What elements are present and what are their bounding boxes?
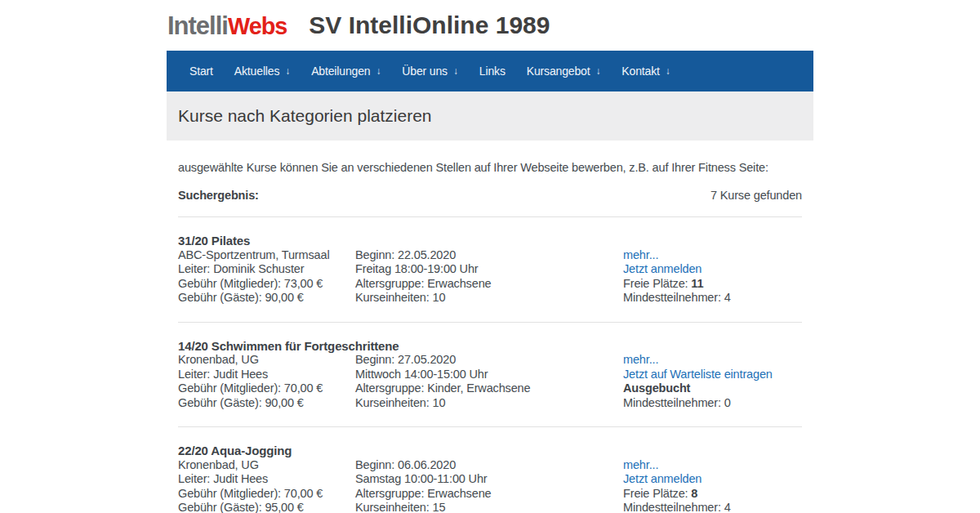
nav-item-label: Über uns bbox=[402, 65, 448, 78]
course-info-middle: Beginn: 22.05.2020 Freitag 18:00-19:00 U… bbox=[355, 248, 623, 306]
course-info-middle: Beginn: 27.05.2020 Mittwoch 14:00-15:00 … bbox=[355, 353, 623, 410]
nav-item-abteilungen[interactable]: Abteilungen ↓ bbox=[301, 65, 391, 78]
course-leader: Leiter: Judit Hees bbox=[178, 472, 355, 487]
availability-label: Freie Plätze: bbox=[623, 487, 691, 500]
course-begin-date: Beginn: 06.06.2020 bbox=[355, 458, 623, 473]
course-begin-date: Beginn: 22.05.2020 bbox=[355, 248, 623, 263]
course-fee-members: Gebühr (Mitglieder): 70,00 € bbox=[178, 487, 355, 502]
logo-text-intelli: Intelli bbox=[167, 13, 228, 38]
course-row: 14/20 Schwimmen für Fortgeschrittene Kro… bbox=[178, 322, 802, 427]
register-link-line: Jetzt auf Warteliste eintragen bbox=[623, 368, 802, 382]
course-location: ABC-Sportzentrum, Turmsaal bbox=[178, 248, 355, 263]
chevron-down-icon: ↓ bbox=[666, 65, 670, 77]
course-schedule: Mittwoch 14:00-15:00 Uhr bbox=[355, 368, 623, 382]
course-schedule: Freitag 18:00-19:00 Uhr bbox=[355, 262, 623, 277]
site-title: SV IntelliOnline 1989 bbox=[309, 11, 550, 39]
course-title: 14/20 Schwimmen für Fortgeschrittene bbox=[178, 339, 802, 354]
register-link-line: Jetzt anmelden bbox=[623, 472, 802, 487]
course-fee-guests: Gebühr (Gäste): 95,00 € bbox=[178, 501, 355, 513]
chevron-down-icon: ↓ bbox=[595, 65, 600, 77]
availability-value: Ausgebucht bbox=[623, 381, 690, 395]
nav-item-label: Links bbox=[479, 65, 506, 78]
course-actions: mehr... Jetzt anmelden Freie Plätze: 8 M… bbox=[623, 458, 802, 513]
course-fee-guests: Gebühr (Gäste): 90,00 € bbox=[178, 396, 355, 411]
course-units: Kurseinheiten: 10 bbox=[355, 291, 623, 306]
nav-item-links[interactable]: Links bbox=[469, 65, 516, 78]
course-title: 31/20 Pilates bbox=[178, 234, 802, 248]
course-actions: mehr... Jetzt auf Warteliste eintragen A… bbox=[623, 353, 802, 410]
search-result-label: Suchergebnis: bbox=[178, 189, 259, 202]
availability-label: Freie Plätze: bbox=[623, 277, 691, 290]
register-link[interactable]: Jetzt anmelden bbox=[623, 262, 702, 275]
nav-item-label: Kursangebot bbox=[527, 65, 590, 78]
course-title: 22/20 Aqua-Jogging bbox=[178, 444, 802, 458]
course-leader: Leiter: Judit Hees bbox=[178, 368, 355, 382]
course-results-list: 31/20 Pilates ABC-Sportzentrum, Turmsaal… bbox=[178, 216, 802, 513]
course-info-left: Kronenbad, UG Leiter: Judit Hees Gebühr … bbox=[178, 458, 355, 513]
more-link[interactable]: mehr... bbox=[623, 248, 658, 261]
course-info-middle: Beginn: 06.06.2020 Samstag 10:00-11:00 U… bbox=[355, 458, 623, 513]
nav-item-kursangebot[interactable]: Kursangebot ↓ bbox=[516, 65, 612, 78]
nav-item-ueber-uns[interactable]: Über uns ↓ bbox=[391, 65, 468, 78]
more-link-line: mehr... bbox=[623, 353, 802, 368]
heading-band: Kurse nach Kategorien platzieren bbox=[167, 91, 813, 141]
course-details: Kronenbad, UG Leiter: Judit Hees Gebühr … bbox=[178, 353, 802, 410]
course-info-left: Kronenbad, UG Leiter: Judit Hees Gebühr … bbox=[178, 353, 355, 410]
nav-item-start[interactable]: Start bbox=[179, 65, 224, 78]
nav-item-label: Start bbox=[189, 65, 213, 78]
course-location: Kronenbad, UG bbox=[178, 353, 355, 368]
course-min-participants: Mindestteilnehmer: 0 bbox=[623, 396, 802, 411]
course-actions: mehr... Jetzt anmelden Freie Plätze: 11 … bbox=[623, 248, 802, 306]
course-details: ABC-Sportzentrum, Turmsaal Leiter: Domin… bbox=[178, 248, 802, 306]
course-row: 22/20 Aqua-Jogging Kronenbad, UG Leiter:… bbox=[178, 426, 802, 513]
more-link[interactable]: mehr... bbox=[623, 458, 658, 471]
main-nav: Start Aktuelles ↓ Abteilungen ↓ Über uns… bbox=[167, 51, 813, 91]
course-units: Kurseinheiten: 10 bbox=[355, 396, 623, 411]
course-units: Kurseinheiten: 15 bbox=[355, 501, 623, 513]
course-leader: Leiter: Dominik Schuster bbox=[178, 262, 355, 277]
nav-item-label: Aktuelles bbox=[234, 65, 279, 78]
course-row: 31/20 Pilates ABC-Sportzentrum, Turmsaal… bbox=[178, 216, 802, 322]
register-link[interactable]: Jetzt anmelden bbox=[623, 472, 702, 485]
chevron-down-icon: ↓ bbox=[376, 65, 381, 77]
course-min-participants: Mindestteilnehmer: 4 bbox=[623, 291, 802, 306]
course-availability: Freie Plätze: 8 bbox=[623, 487, 802, 502]
more-link-line: mehr... bbox=[623, 248, 802, 263]
more-link[interactable]: mehr... bbox=[623, 353, 658, 366]
course-schedule: Samstag 10:00-11:00 Uhr bbox=[355, 472, 623, 487]
register-link-line: Jetzt anmelden bbox=[623, 262, 802, 277]
content: ausgewählte Kurse können Sie an verschie… bbox=[167, 159, 813, 513]
site-logo[interactable]: IntelliWebs bbox=[167, 13, 287, 38]
page-container: IntelliWebs SV IntelliOnline 1989 Start … bbox=[167, 0, 813, 513]
course-age-group: Altersgruppe: Kinder, Erwachsene bbox=[355, 381, 623, 396]
availability-value: 8 bbox=[691, 487, 697, 500]
course-begin-date: Beginn: 27.05.2020 bbox=[355, 353, 623, 368]
search-result-row: Suchergebnis: 7 Kurse gefunden bbox=[178, 189, 802, 202]
course-availability: Freie Plätze: 11 bbox=[623, 277, 802, 292]
course-fee-guests: Gebühr (Gäste): 90,00 € bbox=[178, 291, 355, 306]
nav-item-label: Abteilungen bbox=[311, 65, 370, 78]
logo-text-webs: Webs bbox=[228, 15, 287, 38]
nav-item-label: Kontakt bbox=[621, 65, 659, 78]
search-result-count: 7 Kurse gefunden bbox=[710, 189, 802, 202]
more-link-line: mehr... bbox=[623, 458, 802, 473]
availability-value: 11 bbox=[691, 277, 703, 290]
course-info-left: ABC-Sportzentrum, Turmsaal Leiter: Domin… bbox=[178, 248, 355, 306]
intro-text: ausgewählte Kurse können Sie an verschie… bbox=[178, 159, 802, 176]
site-header: IntelliWebs SV IntelliOnline 1989 bbox=[167, 0, 813, 51]
course-fee-members: Gebühr (Mitglieder): 73,00 € bbox=[178, 277, 355, 292]
chevron-down-icon: ↓ bbox=[453, 65, 458, 77]
course-age-group: Altersgruppe: Erwachsene bbox=[355, 277, 623, 292]
course-location: Kronenbad, UG bbox=[178, 458, 355, 473]
register-link[interactable]: Jetzt auf Warteliste eintragen bbox=[623, 368, 773, 381]
page-title: Kurse nach Kategorien platzieren bbox=[178, 106, 432, 126]
course-fee-members: Gebühr (Mitglieder): 70,00 € bbox=[178, 381, 355, 396]
nav-item-aktuelles[interactable]: Aktuelles ↓ bbox=[224, 65, 301, 78]
course-availability: Ausgebucht bbox=[623, 381, 802, 396]
nav-item-kontakt[interactable]: Kontakt ↓ bbox=[611, 65, 680, 78]
course-details: Kronenbad, UG Leiter: Judit Hees Gebühr … bbox=[178, 458, 802, 513]
chevron-down-icon: ↓ bbox=[285, 65, 290, 77]
course-min-participants: Mindestteilnehmer: 4 bbox=[623, 501, 802, 513]
course-age-group: Altersgruppe: Erwachsene bbox=[355, 487, 623, 502]
